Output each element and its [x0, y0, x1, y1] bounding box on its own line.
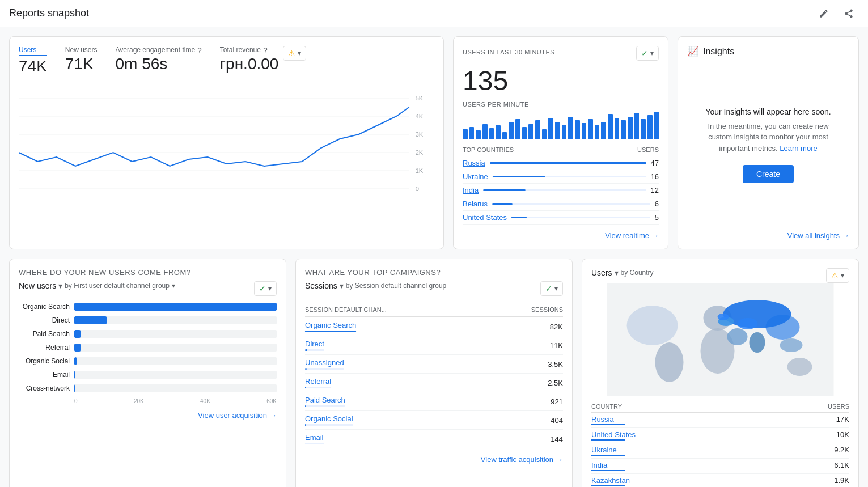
campaigns-dropdown-arrow: ▾ [554, 285, 558, 293]
geo-warning-button[interactable]: ⚠ ▾ [826, 268, 849, 283]
country-row: United States 5 [463, 211, 659, 225]
mini-bar-item [647, 115, 653, 139]
acquisition-x-axis: 0 20K 40K 60K [19, 398, 277, 404]
campaigns-card: WHAT ARE YOUR TOP CAMPAIGNS? Sessions ▾ … [295, 259, 573, 487]
channel-name[interactable]: Referral [305, 377, 331, 386]
country-name[interactable]: Russia [463, 159, 485, 167]
campaigns-table-body: Organic Search 82K Direct 11K Unassigned… [305, 317, 563, 448]
mini-bar-item [469, 127, 475, 140]
mini-bar-item [489, 128, 494, 139]
acquisition-dropdown-icon[interactable]: ▾ [172, 282, 175, 290]
bar-row: Referral [19, 344, 277, 352]
channel-name[interactable]: Paid Search [305, 396, 345, 404]
geo-world-map [591, 283, 849, 396]
insights-header: 📈 Insights [687, 46, 849, 57]
bar-container [74, 330, 277, 338]
insights-card: 📈 Insights Your Insights will appear her… [678, 36, 859, 249]
acquisition-title-section: WHERE DO YOUR NEW USERS COME FROM? New u… [19, 268, 277, 296]
acquisition-section-title: WHERE DO YOUR NEW USERS COME FROM? [19, 268, 277, 277]
svg-point-24 [727, 328, 748, 345]
page-header: Reports snapshot [0, 0, 868, 27]
campaigns-section-title: WHAT ARE YOUR TOP CAMPAIGNS? [305, 268, 563, 277]
mini-bar-item [582, 123, 587, 139]
create-insights-button[interactable]: Create [743, 165, 794, 183]
edit-icon[interactable] [814, 3, 834, 24]
geo-row: Russia 17K [591, 413, 849, 428]
mini-bar-item [568, 117, 573, 140]
learn-more-link[interactable]: Learn more [780, 144, 817, 153]
geo-card: Users ▾ by Country ⚠ ▾ [582, 259, 859, 487]
table-row: Direct 11K [305, 336, 563, 355]
total-revenue-help-icon[interactable]: ? [263, 46, 268, 55]
acquisition-status-button[interactable]: ✓ ▾ [254, 281, 277, 296]
svg-point-31 [718, 314, 729, 320]
avg-engagement-help-icon[interactable]: ? [197, 46, 202, 55]
bar-label: Cross-network [19, 384, 70, 392]
country-name[interactable]: United States [463, 213, 507, 222]
geo-country-cell: Russia [591, 415, 625, 425]
channel-name[interactable]: Email [305, 433, 324, 442]
campaigns-status-button[interactable]: ✓ ▾ [540, 281, 563, 296]
mini-bar-item [528, 124, 533, 139]
bar-container [74, 344, 277, 352]
view-all-insights-link[interactable]: View all insights → [787, 231, 849, 240]
campaign-channel: Direct [305, 340, 324, 351]
geo-country-name[interactable]: Ukraine [591, 446, 617, 454]
svg-point-19 [627, 306, 678, 345]
table-row: Unassigned 3.5K [305, 355, 563, 374]
mini-bar-item [575, 120, 580, 139]
sessions-col-label: SESSIONS [531, 306, 563, 313]
country-name[interactable]: Belarus [463, 200, 488, 208]
channel-name[interactable]: Unassigned [305, 358, 344, 367]
page-title: Reports snapshot [9, 7, 89, 19]
bar-row: Direct [19, 316, 277, 324]
acquisition-card: WHERE DO YOUR NEW USERS COME FROM? New u… [9, 259, 286, 487]
view-traffic-acquisition-link[interactable]: View traffic acquisition → [481, 455, 563, 464]
users-label[interactable]: Users [19, 46, 47, 56]
geo-row: India 6.1K [591, 459, 849, 474]
header-actions [814, 3, 859, 24]
bar-fill [74, 330, 81, 338]
users-metric: Users 74K [19, 46, 47, 75]
bar-fill [74, 316, 107, 324]
channel-bar [305, 331, 356, 332]
revenue-warning-button[interactable]: ⚠ ▾ [283, 46, 306, 61]
realtime-status-button[interactable]: ✓ ▾ [636, 46, 659, 61]
mini-bar-item [641, 119, 646, 139]
geo-country-cell: Ukraine [591, 446, 625, 456]
geo-table-body: Russia 17K United States 10K Ukraine 9.2… [591, 413, 849, 487]
view-realtime-link[interactable]: View realtime → [605, 231, 659, 240]
channel-bar [305, 368, 307, 370]
channel-name[interactable]: Organic Social [305, 414, 353, 423]
geo-country-name[interactable]: United States [591, 430, 636, 439]
campaign-channel: Organic Social [305, 414, 353, 426]
share-icon[interactable] [839, 3, 859, 24]
geo-country-name[interactable]: Kazakhstan [591, 476, 630, 485]
geo-country-name[interactable]: India [591, 461, 607, 469]
svg-point-26 [766, 315, 800, 340]
new-users-metric: New users 71K [65, 46, 98, 73]
country-bar-wrapper [490, 162, 646, 164]
country-underline [591, 470, 625, 471]
mini-bar-item [509, 122, 514, 140]
bar-container [74, 357, 277, 365]
country-bar [490, 162, 646, 164]
channel-name[interactable]: Organic Search [305, 321, 356, 329]
campaigns-title-section: WHAT ARE YOUR TOP CAMPAIGNS? Sessions ▾ … [305, 268, 563, 296]
insights-main-text: Your Insights will appear here soon. [705, 107, 831, 116]
mini-bar-item [502, 132, 507, 140]
geo-row: United States 10K [591, 428, 849, 443]
view-user-acquisition-link[interactable]: View user acquisition → [198, 411, 277, 420]
svg-point-20 [655, 342, 684, 382]
check-circle-icon: ✓ [641, 49, 648, 58]
country-row: Russia 47 [463, 156, 659, 170]
channel-name[interactable]: Direct [305, 340, 324, 348]
chevron-down-icon: ▾ [298, 49, 301, 57]
country-underline [591, 424, 625, 425]
acquisition-dropdown-btn-arrow: ▾ [268, 285, 272, 293]
channel-bar [305, 405, 306, 407]
country-name[interactable]: India [463, 186, 479, 194]
geo-users-value: 17K [836, 415, 849, 425]
geo-country-name[interactable]: Russia [591, 415, 614, 424]
country-name[interactable]: Ukraine [463, 172, 488, 181]
